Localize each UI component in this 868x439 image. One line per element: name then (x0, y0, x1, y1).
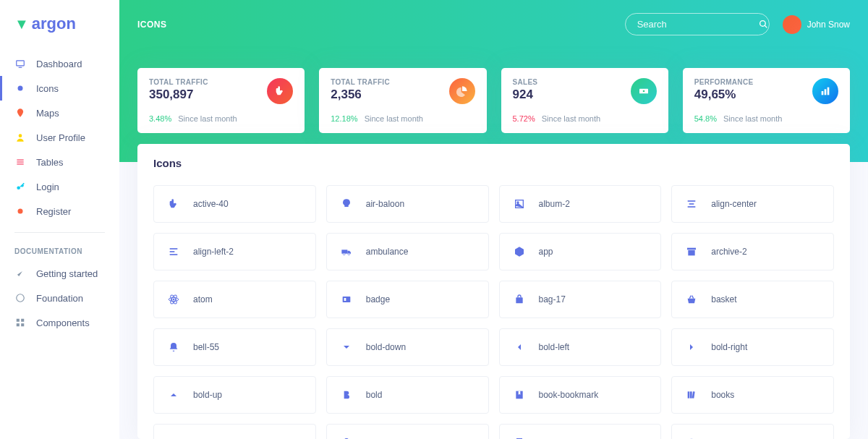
svg-rect-38 (342, 297, 350, 302)
badge-icon (340, 293, 353, 306)
svg-rect-13 (21, 323, 24, 326)
icon-label: badge (366, 294, 390, 304)
nav-label: Icons (36, 83, 59, 94)
icon-label: align-center (711, 199, 757, 209)
nav-label: Components (36, 317, 90, 328)
icon-label: bold-left (539, 342, 570, 352)
stat-since: Since last month (542, 114, 600, 123)
icon-label: bold (366, 390, 383, 400)
icon-label: app (539, 247, 553, 257)
main: ICONS John Snow TOTAL TRAFFIC 350,897 (119, 0, 868, 439)
svg-rect-40 (516, 297, 522, 303)
icon-card-bold-right[interactable]: bold-right (671, 328, 834, 366)
logo-mark: ▼ (14, 16, 29, 33)
icon-card-briefcase-24[interactable]: briefcase-24 (326, 424, 489, 439)
icon-card-ambulance[interactable]: ambulance (326, 233, 489, 270)
svg-rect-32 (687, 248, 696, 250)
nav-label: Foundation (36, 293, 83, 304)
icon-card-bold[interactable]: bold (326, 376, 489, 414)
icon-label: bold-up (193, 390, 222, 400)
icon-card-building[interactable]: building (499, 424, 662, 439)
books-icon (685, 388, 698, 401)
stats-row: TOTAL TRAFFIC 350,897 3.48% Since last m… (137, 68, 850, 133)
svg-rect-0 (17, 61, 25, 66)
atom-icon (167, 293, 180, 306)
bulb-61-icon (685, 436, 698, 439)
icon-card-align-center[interactable]: align-center (671, 185, 834, 223)
icon-card-basket[interactable]: basket (671, 281, 834, 318)
sidebar-item-dashboard[interactable]: Dashboard (0, 51, 119, 76)
icon-card-bulb-61[interactable]: bulb-61 (671, 424, 834, 439)
sidebar-item-tables[interactable]: Tables (0, 150, 119, 174)
app-icon (513, 245, 526, 258)
icon-card-bold-up[interactable]: bold-up (153, 376, 316, 414)
icon-card-bag-17[interactable]: bag-17 (499, 281, 662, 318)
icon-card-active-40[interactable]: active-40 (153, 185, 316, 223)
sidebar-item-login[interactable]: Login (0, 174, 119, 199)
svg-rect-44 (692, 391, 695, 398)
stat-value: 924 (513, 88, 538, 102)
sidebar-item-foundation[interactable]: Foundation (0, 286, 119, 310)
svg-rect-11 (21, 319, 24, 322)
search-input[interactable] (637, 19, 759, 30)
stat-pct: 12.18% (331, 114, 357, 123)
stat-value: 49,65% (694, 88, 754, 102)
svg-point-3 (19, 134, 22, 137)
icon-card-badge[interactable]: badge (326, 281, 489, 318)
svg-rect-19 (825, 89, 827, 95)
icon-card-bell-55[interactable]: bell-55 (153, 328, 316, 366)
icon-card-books[interactable]: books (671, 376, 834, 414)
rocket-icon (14, 268, 26, 279)
align-left-2-icon (167, 245, 180, 258)
icon-card-atom[interactable]: atom (153, 281, 316, 318)
bag-17-icon (513, 293, 526, 306)
nav-label: Getting started (36, 268, 98, 279)
sidebar-item-user-profile[interactable]: User Profile (0, 125, 119, 150)
sidebar-item-components[interactable]: Components (0, 310, 119, 335)
user-name: John Snow (807, 20, 850, 30)
ambulance-icon (340, 245, 353, 258)
user-menu[interactable]: John Snow (783, 15, 850, 34)
box-2-icon (167, 436, 180, 439)
icon-label: ambulance (366, 247, 409, 257)
icon-card-align-left-2[interactable]: align-left-2 (153, 233, 316, 270)
sidebar-item-getting-started[interactable]: Getting started (0, 261, 119, 286)
icon-label: album-2 (539, 199, 570, 209)
icon-card-archive-2[interactable]: archive-2 (671, 233, 834, 270)
icon-card-air-baloon[interactable]: air-baloon (326, 185, 489, 223)
bold-right-icon (685, 341, 698, 354)
svg-rect-42 (688, 391, 690, 398)
page-title: ICONS (137, 20, 167, 30)
nav-divider (14, 232, 105, 233)
stat-label: TOTAL TRAFFIC (149, 78, 208, 86)
icon-card-bold-down[interactable]: bold-down (326, 328, 489, 366)
tv-icon (14, 58, 26, 69)
sidebar-item-maps[interactable]: Maps (0, 101, 119, 125)
svg-point-17 (642, 90, 644, 93)
svg-rect-43 (690, 391, 692, 398)
header: ICONS John Snow TOTAL TRAFFIC 350,897 (119, 0, 868, 162)
stat-card: SALES 924 5.72% Since last month (501, 68, 668, 133)
sidebar-item-icons[interactable]: Icons (0, 76, 119, 101)
sidebar-item-register[interactable]: Register (0, 199, 119, 223)
icon-card-app[interactable]: app (499, 233, 662, 270)
icon-card-book-bookmark[interactable]: book-bookmark (499, 376, 662, 414)
svg-point-8 (18, 209, 23, 214)
album-2-icon (513, 197, 526, 210)
nav-label: Register (36, 206, 71, 217)
bold-up-icon (167, 388, 180, 401)
stat-since: Since last month (178, 114, 237, 123)
search-box[interactable] (625, 13, 770, 35)
icon-card-box-2[interactable]: box-2 (153, 424, 316, 439)
stat-label: TOTAL TRAFFIC (331, 78, 390, 86)
svg-line-15 (765, 25, 767, 27)
svg-point-2 (18, 86, 23, 91)
brand-logo[interactable]: ▼ argon (0, 14, 119, 51)
icon-card-bold-left[interactable]: bold-left (499, 328, 662, 366)
nav-label: User Profile (36, 132, 85, 143)
search-icon (759, 20, 768, 29)
stat-card: TOTAL TRAFFIC 350,897 3.48% Since last m… (137, 68, 305, 133)
icon-card-album-2[interactable]: album-2 (499, 185, 662, 223)
svg-point-31 (348, 253, 350, 255)
book-bookmark-icon (513, 388, 526, 401)
